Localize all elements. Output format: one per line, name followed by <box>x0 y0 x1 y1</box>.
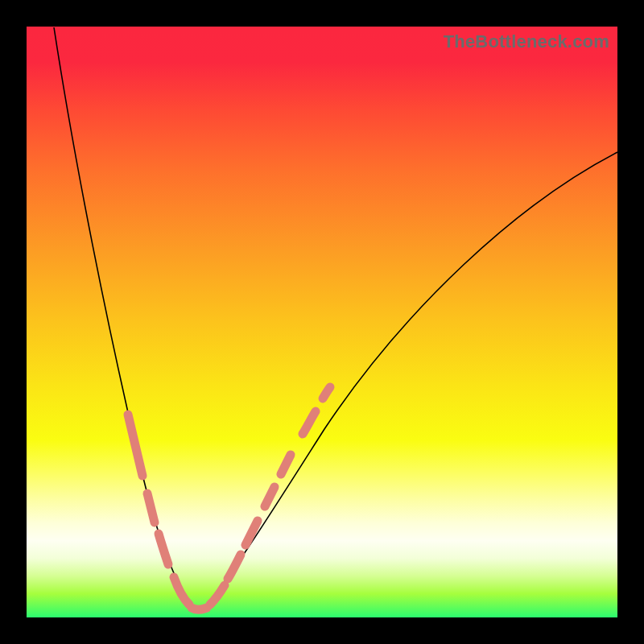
accent-right-7 <box>323 387 330 398</box>
accent-left-3 <box>159 534 168 564</box>
accent-left-4 <box>174 577 189 605</box>
accent-left-5 <box>192 608 207 609</box>
accent-right-4 <box>265 487 275 506</box>
chart-frame: TheBottleneck.com <box>0 0 644 644</box>
curve-layer <box>27 27 617 617</box>
accent-left-2 <box>147 493 155 522</box>
accent-right-5 <box>281 455 291 474</box>
accent-right-6 <box>303 411 316 434</box>
accent-right-3 <box>246 521 258 545</box>
curve-left-branch <box>54 27 196 609</box>
plot-area: TheBottleneck.com <box>27 27 617 617</box>
curve-right-branch <box>202 152 617 609</box>
accent-right-2 <box>228 555 241 579</box>
accent-right-1 <box>210 585 225 605</box>
accent-left-1 <box>128 415 142 476</box>
